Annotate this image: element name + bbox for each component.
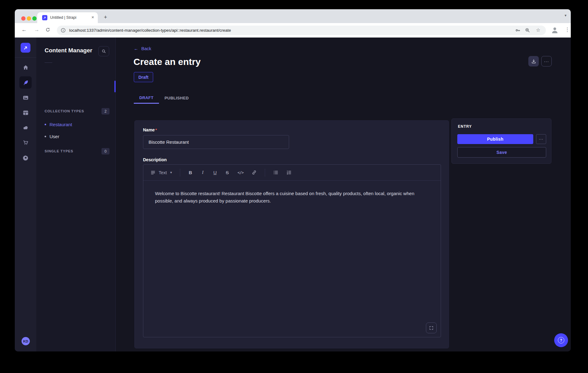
export-button[interactable]	[528, 56, 539, 66]
sidebar-item-cloud[interactable]	[19, 122, 32, 134]
description-text: Welcome to Biscotte restaurant! Restaura…	[155, 190, 429, 205]
tab-search-icon[interactable]: ▾	[565, 13, 566, 18]
back-label: Back	[141, 46, 151, 51]
sidebar-item-content-manager[interactable]	[19, 76, 32, 89]
cloud-icon	[22, 124, 29, 131]
browser-profile-avatar[interactable]	[550, 26, 559, 34]
zoom-page-icon[interactable]	[525, 27, 530, 34]
browser-back-button[interactable]: ←	[22, 27, 27, 33]
search-icon	[101, 49, 106, 54]
site-info-icon[interactable]	[61, 28, 66, 34]
collection-type-label: Restaurant	[50, 122, 72, 127]
bullet-icon	[45, 124, 46, 125]
version-tabs: DRAFT PUBLISHED	[134, 92, 194, 104]
publish-button[interactable]: Publish	[457, 134, 533, 144]
toolbar-divider	[180, 169, 180, 177]
collection-type-label: User	[50, 134, 59, 139]
expand-icon	[429, 326, 434, 330]
sidebar-item-home[interactable]	[19, 61, 32, 74]
chevron-down-icon: ▾	[170, 170, 172, 174]
bulleted-list-icon	[273, 170, 278, 175]
entry-form-card: Name* Description Text ▾ B I U	[134, 120, 449, 348]
required-mark: *	[155, 128, 157, 132]
sidebar-item-media-library[interactable]	[19, 91, 32, 104]
code-button[interactable]: </>	[237, 170, 244, 175]
tab-published[interactable]: PUBLISHED	[159, 92, 194, 104]
expand-editor-button[interactable]	[426, 323, 437, 333]
name-field-label: Name*	[143, 127, 157, 132]
browser-window: Untitled | Strapi × + ▾ ← → localhost:13…	[15, 9, 571, 351]
numbered-list-icon	[286, 170, 292, 175]
description-field-label: Description	[143, 157, 167, 162]
collection-types-heading: COLLECTION TYPES	[45, 109, 84, 113]
reload-icon[interactable]	[45, 27, 50, 34]
images-icon	[22, 94, 29, 101]
strikethrough-button[interactable]: S	[225, 170, 229, 175]
browser-menu-icon[interactable]: ⋮	[565, 26, 570, 33]
toolbar-divider	[265, 169, 265, 177]
browser-tab[interactable]: Untitled | Strapi ×	[37, 12, 98, 23]
single-types-heading: SINGLE TYPES	[45, 149, 73, 153]
status-badge: Draft	[134, 72, 153, 82]
bold-button[interactable]: B	[188, 170, 193, 175]
link-button[interactable]	[252, 170, 257, 175]
arrow-left-icon: ←	[134, 46, 138, 51]
subnav-title: Content Manager	[45, 47, 92, 54]
minimize-window-button[interactable]	[27, 16, 31, 21]
sidebar-item-content-type-builder[interactable]	[19, 106, 32, 119]
bookmark-star-icon[interactable]: ☆	[536, 27, 540, 33]
name-label-text: Name	[143, 127, 155, 132]
user-avatar[interactable]: KD	[22, 337, 30, 345]
header-more-button[interactable]: ···	[541, 56, 552, 66]
tab-title: Untitled | Strapi	[50, 15, 76, 20]
sidebar-item-marketplace[interactable]	[19, 136, 32, 149]
block-style-label: Text	[159, 170, 167, 175]
browser-forward-button[interactable]: →	[34, 27, 39, 33]
question-mark-icon: ?	[558, 337, 564, 343]
rich-text-editor: Text ▾ B I U S </>	[143, 164, 441, 337]
strapi-favicon-icon	[42, 15, 47, 20]
gear-icon	[22, 154, 29, 161]
url-text: localhost:1337/admin/content-manager/col…	[69, 28, 231, 33]
subnav-divider	[45, 62, 52, 63]
block-style-dropdown[interactable]: Text ▾	[151, 170, 172, 175]
main-nav-sidebar: KD	[15, 38, 36, 351]
address-bar[interactable]: localhost:1337/admin/content-manager/col…	[57, 26, 546, 35]
collection-types-count-badge: 2	[101, 108, 109, 114]
new-tab-button[interactable]: +	[101, 13, 110, 22]
page-title: Create an entry	[133, 57, 201, 67]
help-button[interactable]: ?	[554, 333, 568, 347]
underline-button[interactable]: U	[213, 170, 217, 175]
feather-icon	[22, 79, 29, 86]
sidebar-item-settings[interactable]	[19, 151, 32, 164]
strapi-admin-app: KD Content Manager COLLECTION TYPES 2 Re…	[15, 38, 571, 351]
nav-divider	[15, 57, 36, 58]
main-content: ← Back Create an entry ··· Draft DRAFT P…	[116, 38, 571, 351]
numbered-list-button[interactable]	[286, 170, 292, 175]
zoom-window-button[interactable]	[32, 16, 37, 21]
close-window-button[interactable]	[21, 16, 26, 21]
text-lines-icon	[151, 170, 155, 175]
password-manager-icon[interactable]	[515, 27, 521, 34]
close-tab-icon[interactable]: ×	[91, 14, 94, 20]
cart-icon	[22, 139, 29, 146]
italic-button[interactable]: I	[201, 170, 205, 175]
save-button[interactable]: Save	[457, 147, 546, 158]
entry-more-button[interactable]: ···	[536, 134, 546, 144]
bullet-icon	[45, 136, 46, 137]
tab-draft[interactable]: DRAFT	[134, 92, 159, 104]
home-icon	[22, 64, 29, 71]
search-button[interactable]	[98, 46, 109, 56]
browser-toolbar: ← → localhost:1337/admin/content-manager…	[15, 23, 571, 38]
name-input[interactable]	[143, 135, 289, 149]
content-manager-subnav: Content Manager COLLECTION TYPES 2 Resta…	[36, 38, 116, 351]
bulleted-list-button[interactable]	[273, 170, 278, 175]
back-link[interactable]: ← Back	[134, 46, 151, 51]
sidebar-item-user[interactable]: User	[45, 132, 109, 141]
link-icon	[252, 170, 257, 175]
editor-content-area[interactable]: Welcome to Biscotte restaurant! Restaura…	[143, 181, 441, 338]
strapi-logo[interactable]	[21, 43, 30, 53]
sidebar-item-restaurant[interactable]: Restaurant	[45, 120, 109, 129]
browser-tab-strip: Untitled | Strapi × + ▾	[15, 9, 571, 23]
editor-toolbar: Text ▾ B I U S </>	[143, 165, 441, 181]
